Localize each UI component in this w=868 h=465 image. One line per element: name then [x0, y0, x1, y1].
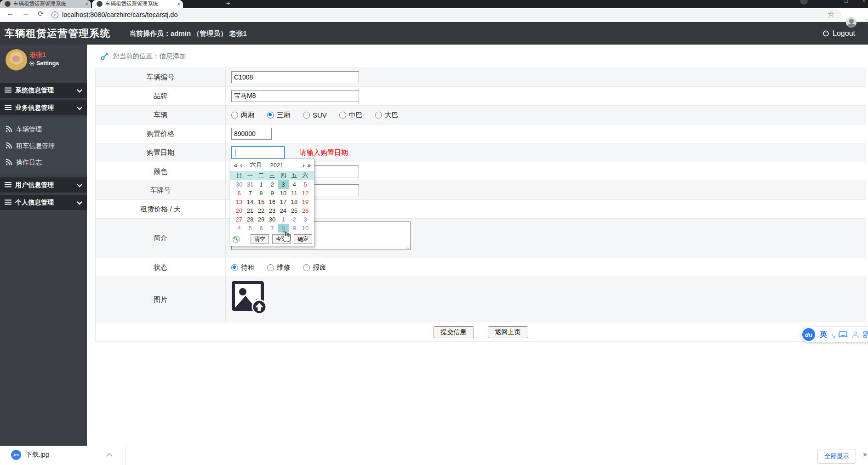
radio-option-待租[interactable]: 待租 [231, 263, 255, 272]
calendar-day-cell[interactable]: 21 [245, 206, 256, 215]
radio-option-中巴[interactable]: 中巴 [339, 111, 363, 119]
calendar-day-cell[interactable]: 13 [234, 198, 245, 206]
clock-icon[interactable] [232, 235, 240, 244]
calendar-day-cell[interactable]: 2 [267, 180, 278, 189]
calendar-day-cell[interactable]: 18 [289, 198, 300, 206]
browser-tab[interactable]: 车辆租赁运营管理系统× [92, 0, 183, 8]
sidebar-item-租车信息管理[interactable]: 租车信息管理 [0, 138, 87, 154]
forward-icon[interactable]: → [22, 9, 29, 17]
calendar-day-cell[interactable]: 14 [245, 198, 256, 206]
radio-option-三厢[interactable]: 三厢 [267, 111, 291, 119]
tab-close-icon[interactable]: × [177, 1, 180, 7]
calendar-day-cell[interactable]: 25 [289, 206, 300, 215]
calendar-day-cell[interactable]: 29 [256, 215, 267, 224]
sidebar-group-个人信息管理[interactable]: 个人信息管理 [0, 195, 87, 210]
calendar-day-cell[interactable]: 15 [256, 198, 267, 206]
calendar-day-cell[interactable]: 1 [278, 215, 289, 224]
calendar-day-cell[interactable]: 4 [289, 180, 300, 189]
calendar-year-select[interactable]: 2021 [270, 162, 284, 169]
radio-option-报废[interactable]: 报废 [303, 263, 326, 272]
radio-unselected-icon[interactable] [231, 112, 238, 119]
sidebar-group-用户信息管理[interactable]: 用户信息管理 [0, 177, 87, 193]
radio-option-两厢[interactable]: 两厢 [231, 111, 255, 119]
radio-option-维修[interactable]: 维修 [267, 263, 291, 272]
site-info-icon[interactable]: i [51, 11, 58, 18]
calendar-day-cell[interactable]: 10 [278, 189, 289, 198]
new-tab-button[interactable]: + [226, 0, 230, 7]
submit-button[interactable]: 提交信息 [434, 326, 474, 338]
ime-profile-icon[interactable] [851, 331, 859, 338]
image-upload-icon[interactable] [231, 280, 269, 316]
browser-menu-icon[interactable]: ⋮ [863, 18, 868, 25]
next-year-icon[interactable]: » [306, 162, 312, 169]
sidebar-item-车辆管理[interactable]: 车辆管理 [0, 121, 87, 138]
user-avatar[interactable] [5, 49, 28, 71]
radio-selected-icon[interactable] [267, 112, 274, 119]
calendar-day-cell[interactable]: 24 [278, 206, 289, 215]
calendar-day-cell[interactable]: 12 [300, 189, 311, 198]
calendar-day-cell[interactable]: 31 [245, 180, 256, 189]
bookmark-star-icon[interactable]: ☆ [828, 10, 834, 18]
calendar-day-cell[interactable]: 2 [289, 215, 300, 224]
download-item[interactable]: JPG 下载.jpg [11, 450, 112, 460]
calendar-day-cell[interactable]: 7 [245, 189, 256, 198]
calendar-day-cell[interactable]: 5 [300, 180, 311, 189]
ime-language-mode[interactable]: 英 [820, 330, 827, 340]
restore-window-icon[interactable]: ❐ [844, 0, 848, 4]
image-upload-button[interactable] [231, 280, 269, 318]
calendar-day-cell[interactable]: 10 [300, 224, 311, 232]
calendar-day-cell[interactable]: 1 [256, 180, 267, 189]
text-input-1[interactable] [231, 90, 359, 102]
ime-punctuation-icon[interactable]: ·, [831, 331, 834, 339]
radio-selected-icon[interactable] [231, 264, 238, 271]
radio-unselected-icon[interactable] [267, 264, 274, 271]
calendar-day-cell[interactable]: 7 [267, 224, 278, 232]
radio-unselected-icon[interactable] [375, 112, 382, 119]
text-input-3[interactable] [231, 128, 272, 140]
settings-link[interactable]: Settings [29, 60, 59, 67]
calendar-day-cell[interactable]: 30 [267, 215, 278, 224]
calendar-day-cell[interactable]: 3 [300, 215, 311, 224]
sidebar-item-操作日志[interactable]: 操作日志 [0, 154, 87, 171]
extension-icon[interactable] [800, 0, 808, 5]
show-all-downloads-button[interactable]: 全部显示 [817, 449, 856, 464]
calendar-day-cell[interactable]: 16 [267, 198, 278, 206]
calendar-day-cell[interactable]: 23 [267, 206, 278, 215]
radio-unselected-icon[interactable] [339, 112, 346, 119]
ime-toolbox-icon[interactable] [863, 331, 868, 338]
calendar-day-cell[interactable]: 5 [245, 224, 256, 232]
calendar-month-select[interactable]: 六月 [250, 161, 262, 169]
radio-unselected-icon[interactable] [303, 112, 310, 119]
download-bar-close-icon[interactable]: × [863, 451, 867, 459]
ime-keyboard-icon[interactable] [839, 331, 847, 338]
calendar-day-cell[interactable]: 30 [234, 180, 245, 189]
calendar-day-cell[interactable]: 22 [256, 206, 267, 215]
browser-tab[interactable]: 车辆租赁运营管理系统× [0, 0, 91, 8]
text-input-0[interactable] [231, 71, 359, 83]
close-window-icon[interactable]: × [862, 0, 865, 4]
calendar-clear-button[interactable]: 清空 [251, 234, 269, 244]
calendar-day-cell[interactable]: 28 [245, 215, 256, 224]
prev-month-icon[interactable]: ‹ [239, 162, 243, 169]
calendar-day-cell[interactable]: 6 [234, 189, 245, 198]
download-chevron-up-icon[interactable] [106, 453, 112, 459]
radio-option-SUV[interactable]: SUV [303, 111, 327, 119]
omnibox[interactable]: i localhost:8080/carzhire/cars/tocarstj.… [47, 9, 841, 20]
reload-icon[interactable]: ⟳ [38, 9, 44, 18]
calendar-day-cell[interactable]: 3 [278, 180, 289, 189]
calendar-day-cell[interactable]: 8 [256, 189, 267, 198]
browser-profile-avatar[interactable] [846, 17, 857, 28]
calendar-day-cell[interactable]: 9 [267, 189, 278, 198]
calendar-day-cell[interactable]: 20 [234, 206, 245, 215]
calendar-day-cell[interactable]: 17 [278, 198, 289, 206]
back-button[interactable]: 返回上页 [488, 326, 528, 338]
sidebar-group-系统信息管理[interactable]: 系统信息管理 [0, 83, 87, 98]
baidu-ime-logo-icon[interactable]: du [802, 328, 815, 341]
calendar-day-cell[interactable]: 27 [234, 215, 245, 224]
calendar-day-cell[interactable]: 11 [289, 189, 300, 198]
calendar-day-cell[interactable]: 26 [300, 206, 311, 215]
back-icon[interactable]: ← [6, 9, 14, 17]
radio-option-大巴[interactable]: 大巴 [375, 111, 399, 119]
date-input[interactable] [231, 146, 285, 159]
calendar-day-cell[interactable]: 6 [256, 224, 267, 232]
